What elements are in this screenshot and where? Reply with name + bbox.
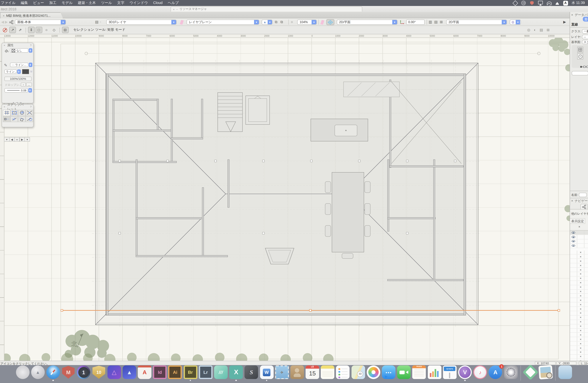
layer-row[interactable]: × [570, 281, 588, 285]
menu-編集[interactable]: 編集 [21, 0, 28, 6]
mcafee-icon[interactable]: M [62, 365, 75, 379]
menu-ビュー[interactable]: ビュー [33, 0, 44, 6]
view-fit-icon[interactable]: ◎ [527, 28, 530, 32]
bridge-icon[interactable]: Br [184, 365, 197, 379]
rotation-angle-field[interactable]: 0.00° [406, 19, 425, 25]
visibility-cell[interactable] [570, 289, 577, 293]
dock-item-scrivener[interactable]: S [245, 365, 258, 381]
airplay-icon[interactable] [538, 1, 543, 5]
zoom-level-dropdown[interactable]: 104%▾ [297, 19, 317, 25]
visibility-cell[interactable] [570, 259, 577, 263]
visibility-cell[interactable] [570, 281, 577, 285]
visibility-cell[interactable] [570, 268, 577, 272]
safari-icon[interactable] [46, 365, 60, 379]
dock-item-keynote[interactable]: KEYNOTE [443, 365, 457, 381]
visibility-cell[interactable] [570, 337, 577, 341]
menu-ツール[interactable]: ツール [101, 0, 112, 6]
sheet-icon[interactable]: ▥ [429, 19, 432, 25]
layer-row[interactable] [570, 239, 588, 244]
hidden-x-icon[interactable]: × [577, 264, 584, 268]
dock-item-word[interactable]: W [260, 365, 273, 381]
resource-manager-titlebar[interactable]: × − リソースマネージャ [170, 6, 362, 12]
visibility-cell[interactable] [570, 316, 577, 320]
trash-partial-icon[interactable] [559, 365, 572, 379]
hidden-x-icon[interactable]: × [577, 255, 584, 259]
dock-item-maps[interactable]: 3D [351, 365, 365, 381]
visibility-cell[interactable] [570, 255, 577, 259]
dock-item-contacts[interactable] [290, 365, 304, 381]
close-icon[interactable]: × [4, 44, 5, 47]
visibility-cell[interactable] [570, 324, 577, 328]
link-attributes-icon[interactable]: ∞ [14, 137, 20, 142]
dock-item-system-preferences[interactable] [504, 365, 518, 381]
dock-item-capture-one[interactable]: 1 [77, 365, 90, 381]
unified-view-button[interactable] [326, 19, 334, 25]
marquee-polygon-mode[interactable]: ◇ [51, 27, 57, 33]
dock-item-vectorworks[interactable]: V [458, 365, 472, 381]
prev-attr-icon[interactable]: ◀ [9, 137, 15, 142]
attributes-palette[interactable]: × 属性 ? なし ✎ --- ライン… ライン… [1, 43, 34, 103]
dock-item-bridge[interactable]: Br [184, 365, 197, 381]
contacts-icon[interactable] [290, 365, 304, 379]
fit-page-icon[interactable]: ⧉ [275, 19, 277, 25]
sheet-stack-icon[interactable]: ▤ [540, 28, 543, 32]
opacity-button[interactable]: 100%/100% [4, 77, 32, 81]
preview-icon[interactable] [539, 365, 553, 380]
visibility-cell[interactable] [577, 244, 584, 248]
hidden-x-icon[interactable]: × [577, 320, 584, 324]
preselection-mode[interactable]: ⊟ [62, 27, 69, 33]
name-field[interactable] [579, 193, 587, 197]
visibility-cell[interactable] [570, 250, 577, 254]
layer-row[interactable]: × [570, 259, 588, 264]
menu-Cloud[interactable]: Cloud [153, 0, 163, 6]
layer-row[interactable]: × [570, 350, 588, 355]
dock-item-mail[interactable]: ✈ [275, 365, 289, 381]
hidden-x-icon[interactable]: × [577, 311, 584, 315]
slashes-app-icon[interactable]: /// [214, 365, 228, 379]
marquee-rectangle-mode[interactable]: □ [35, 27, 42, 33]
hidden-x-icon[interactable]: × [577, 285, 584, 289]
eject-icon[interactable] [555, 1, 560, 5]
dock-item-notes[interactable] [321, 365, 335, 381]
hidden-x-icon[interactable]: × [577, 359, 584, 361]
smart-point-snap-button[interactable] [3, 116, 10, 122]
center-mode-button[interactable]: + [577, 54, 583, 59]
hidden-x-icon[interactable]: × [577, 324, 584, 328]
layer-row[interactable]: × [570, 355, 588, 359]
layers-icon[interactable]: ▤ [95, 19, 99, 25]
fill-stepper[interactable] [29, 48, 32, 53]
dock-item-indesign[interactable]: Id [153, 365, 167, 381]
layer-row[interactable]: × [570, 320, 588, 324]
visibility-cell[interactable] [577, 230, 584, 235]
capture-one-icon[interactable]: 1 [77, 365, 90, 379]
visibility-cell[interactable] [570, 346, 577, 350]
dock-item-acrobat[interactable]: A [138, 365, 151, 381]
hidden-x-icon[interactable]: × [577, 250, 584, 254]
layer-row[interactable]: × [570, 272, 588, 276]
dock-item-lightroom[interactable]: Lr [199, 365, 212, 381]
numbers-icon[interactable] [428, 365, 441, 379]
layer-row[interactable]: × [570, 329, 588, 333]
hidden-x-icon[interactable]: × [577, 259, 584, 263]
hidden-x-icon[interactable]: × [577, 346, 584, 350]
illustrator-icon[interactable]: Ai [168, 365, 182, 379]
chevron-down-icon[interactable]: ▾ [312, 20, 316, 24]
fit-objects-icon[interactable]: ⧉ [280, 19, 283, 25]
visibility-cell[interactable] [570, 350, 577, 354]
drop-shadow-toggle[interactable]: ▫ [21, 83, 26, 87]
pen-color-dropdown[interactable]: ライン… [4, 69, 17, 74]
menu-建築・土木[interactable]: 建築・土木 [78, 0, 96, 6]
indesign-icon[interactable]: Id [153, 365, 167, 379]
next-drop-icon[interactable]: ▾ [24, 137, 30, 142]
visibility-cell[interactable] [570, 294, 577, 298]
layer-row[interactable]: × [570, 359, 588, 361]
layer-row[interactable]: × [570, 311, 588, 316]
mail-icon[interactable]: ✈ [275, 365, 289, 379]
hidden-x-icon[interactable]: × [577, 350, 584, 354]
plane-mode-dropdown[interactable]: レイヤプレーン▾ [187, 19, 259, 25]
reminders-icon[interactable] [336, 365, 350, 379]
layer-row[interactable] [570, 235, 588, 239]
dock-item-luminar[interactable]: △ [107, 365, 121, 381]
visibility-cell[interactable] [570, 359, 577, 361]
working-plane-icon[interactable] [180, 20, 184, 25]
